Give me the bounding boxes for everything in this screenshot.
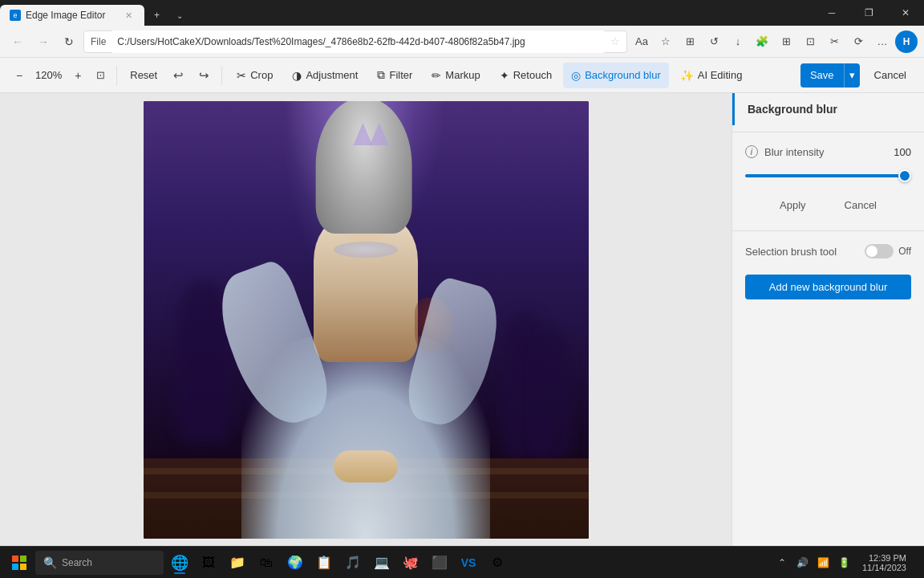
ai-editing-tool-button[interactable]: ✨ AI Editing xyxy=(672,63,751,88)
start-button[interactable] xyxy=(6,550,32,576)
fit-button[interactable]: ⊡ xyxy=(91,66,110,85)
toggle-slider xyxy=(865,244,894,258)
taskbar-volume-icon[interactable]: 🔊 xyxy=(793,553,813,572)
download-button[interactable]: ↓ xyxy=(727,31,749,53)
taskbar-search[interactable]: 🔍 Search xyxy=(35,551,164,575)
blur-intensity-slider-container xyxy=(732,165,924,189)
taskbar-app-notes[interactable]: 📋 xyxy=(311,550,337,576)
star-button[interactable]: ☆ xyxy=(654,31,677,53)
back-button[interactable]: ← xyxy=(6,31,29,53)
show-desktop-button[interactable] xyxy=(914,550,918,576)
split-view-button[interactable]: ⊞ xyxy=(679,31,701,53)
toggle-value: Off xyxy=(898,246,911,257)
address-input[interactable] xyxy=(111,31,606,53)
collections-button[interactable]: ⊞ xyxy=(775,31,797,53)
add-new-background-blur-button[interactable]: Add new background blur xyxy=(745,275,911,299)
apply-button[interactable]: Apply xyxy=(770,196,816,214)
selection-brush-row: Selection brush tool Off xyxy=(732,238,924,265)
filter-tool-button[interactable]: ⧉ Filter xyxy=(369,63,420,88)
windows-icon xyxy=(12,556,26,570)
markup-tool-button[interactable]: ✏ Markup xyxy=(424,63,488,88)
taskbar-system: ⌃ 🔊 📶 🔋 12:39 PM 11/14/2023 xyxy=(772,550,918,576)
reset-button[interactable]: Reset xyxy=(124,66,164,84)
panel-cancel-button[interactable]: Cancel xyxy=(835,196,886,214)
taskbar-app-spotify[interactable]: 🎵 xyxy=(340,550,366,576)
taskbar-battery-icon[interactable]: 🔋 xyxy=(835,553,854,572)
taskbar-network-icon[interactable]: 📶 xyxy=(814,553,833,572)
zoom-controls: − 120% + xyxy=(10,66,87,85)
forward-button[interactable]: → xyxy=(32,31,55,53)
web-capture-button[interactable]: ✂ xyxy=(823,31,845,53)
taskbar-arrow-up[interactable]: ⌃ xyxy=(772,553,792,572)
taskbar-app-settings[interactable]: ⚙ xyxy=(484,550,510,576)
taskbar-app-browser2[interactable]: 🌍 xyxy=(282,550,308,576)
canvas-area[interactable] xyxy=(0,93,732,546)
more-button[interactable]: … xyxy=(871,31,894,53)
minimize-button[interactable]: ─ xyxy=(813,0,850,26)
toolbar-divider-2 xyxy=(221,66,222,85)
background-blur-tool-button[interactable]: ◎ Background blur xyxy=(563,63,669,88)
translate-button[interactable]: Aa xyxy=(630,31,653,53)
retouch-tool-button[interactable]: ✦ Retouch xyxy=(492,63,560,88)
markup-label: Markup xyxy=(445,69,480,81)
ai-editing-icon: ✨ xyxy=(680,69,694,82)
tab-new-button[interactable]: + xyxy=(144,5,170,26)
address-star-icon[interactable]: ☆ xyxy=(610,35,620,47)
crop-icon: ✂ xyxy=(237,69,246,82)
extensions-button[interactable]: 🧩 xyxy=(751,31,773,53)
panel-divider-1 xyxy=(732,132,924,132)
zoom-out-button[interactable]: − xyxy=(10,66,29,85)
svg-rect-3 xyxy=(20,564,26,570)
tab-favicon: e xyxy=(10,10,21,21)
taskbar-app-files[interactable]: 📁 xyxy=(225,550,250,576)
blur-intensity-slider[interactable] xyxy=(745,174,911,177)
retouch-icon: ✦ xyxy=(500,69,509,82)
taskbar-clock[interactable]: 12:39 PM 11/14/2023 xyxy=(856,553,913,572)
address-bar: ← → ↻ File ☆ Aa ☆ ⊞ ↺ ↓ 🧩 ⊞ ⊡ ✂ ⟳ … H xyxy=(0,26,924,58)
address-file-label: File xyxy=(91,36,106,47)
adjustment-tool-button[interactable]: ◑ Adjustment xyxy=(284,63,366,88)
img-figure-right2 xyxy=(533,330,573,458)
save-dropdown-icon[interactable]: ▾ xyxy=(844,63,860,88)
taskbar-app-edge[interactable]: 🌐 xyxy=(167,550,192,576)
taskbar-app-terminal[interactable]: ⬛ xyxy=(427,550,452,576)
close-button[interactable]: ✕ xyxy=(887,0,924,26)
restore-button[interactable]: ❐ xyxy=(850,0,887,26)
taskbar-app-gallery[interactable]: 🖼 xyxy=(196,550,221,576)
taskbar-app-store[interactable]: 🛍 xyxy=(253,550,279,576)
crop-tool-button[interactable]: ✂ Crop xyxy=(229,63,281,88)
browser-tab-active[interactable]: e Edge Image Editor ✕ xyxy=(0,5,144,26)
ai-editing-label: AI Editing xyxy=(698,69,743,81)
blur-intensity-info-icon[interactable]: i xyxy=(745,145,758,158)
redo-button[interactable]: ↪ xyxy=(192,64,215,87)
toolbar-divider-1 xyxy=(116,66,117,85)
cancel-button[interactable]: Cancel xyxy=(866,66,914,84)
blur-intensity-value: 100 xyxy=(887,146,911,158)
selection-brush-toggle[interactable] xyxy=(865,244,894,258)
toolbar-right: Save ▾ Cancel xyxy=(800,63,914,88)
taskbar-app-github[interactable]: 🐙 xyxy=(398,550,424,576)
tab-close-button[interactable]: ✕ xyxy=(122,9,135,22)
share-button[interactable]: ⟳ xyxy=(847,31,869,53)
search-icon: 🔍 xyxy=(43,556,57,569)
taskbar: 🔍 Search 🌐 🖼 📁 🛍 🌍 📋 🎵 💻 🐙 ⬛ VS ⚙ ⌃ 🔊 📶 … xyxy=(0,546,924,578)
window-controls: ─ ❐ ✕ xyxy=(813,0,924,26)
zoom-in-button[interactable]: + xyxy=(68,66,87,85)
taskbar-app-code[interactable]: VS xyxy=(456,550,481,576)
zoom-value: 120% xyxy=(32,69,65,81)
panel-title: Background blur xyxy=(732,93,924,125)
img-hands xyxy=(334,450,398,482)
save-button[interactable]: Save ▾ xyxy=(800,63,860,88)
background-blur-icon: ◎ xyxy=(571,69,581,82)
profile-button[interactable]: H xyxy=(895,31,918,53)
history-button[interactable]: ↺ xyxy=(703,31,725,53)
panel-divider-2 xyxy=(732,230,924,231)
image-container xyxy=(144,101,589,539)
taskbar-app-vscode[interactable]: 💻 xyxy=(369,550,395,576)
img-necklace xyxy=(334,242,398,258)
refresh-button[interactable]: ↻ xyxy=(58,31,80,53)
undo-button[interactable]: ↩ xyxy=(167,64,189,87)
img-hair xyxy=(316,101,412,234)
sidebar-button[interactable]: ⊡ xyxy=(799,31,821,53)
tab-dropdown-button[interactable]: ⌄ xyxy=(170,5,189,26)
